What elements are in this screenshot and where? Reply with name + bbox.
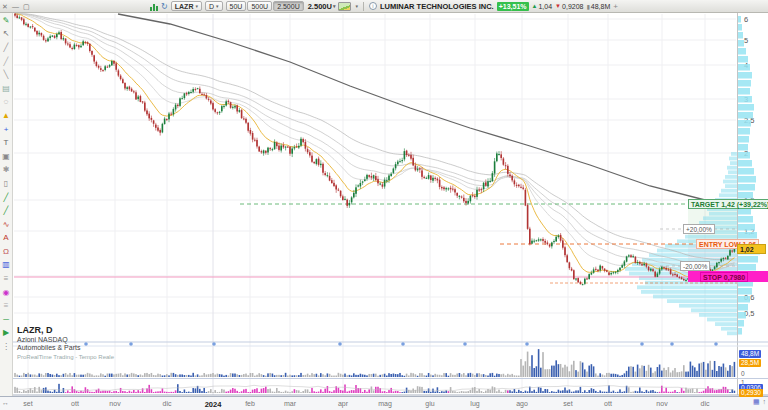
segment-tool-icon[interactable]: ╱ <box>1 41 12 55</box>
symbol-market: Azioni NASDAQ <box>17 336 114 343</box>
timeframe-label: D <box>209 2 214 11</box>
refresh-icon[interactable]: ↻ <box>161 2 168 11</box>
price-tick: 0,5 <box>744 309 754 318</box>
axis-settings[interactable]: ▦ ↑ <box>753 398 766 406</box>
prorealtime-chart-window: ✕ — ▢ ↻ LAZR ▾ D ▾ 50U500U2.500U 2.500U … <box>0 0 768 410</box>
histogram-tool-icon[interactable]: ▥ <box>1 259 12 273</box>
change-badge: +13,51% <box>497 2 529 11</box>
price-tick: 2 <box>744 149 748 158</box>
time-axis[interactable]: setottnovdic2024febmaraprmaggiulugagoset… <box>0 396 768 410</box>
month-label: apr <box>338 400 348 407</box>
scroll-up-icon[interactable]: ↑ <box>763 398 767 406</box>
price-tick: 0,6 <box>744 293 754 302</box>
month-label: set <box>563 400 572 407</box>
month-label: ott <box>71 400 79 407</box>
alert-tool-icon[interactable]: ▲ <box>1 109 12 123</box>
pane-axis-tag: 48,8M <box>739 350 761 358</box>
more-tool-icon[interactable]: ⋮ <box>1 340 12 354</box>
chart-style-icon[interactable] <box>150 2 158 11</box>
axis-drag-icon[interactable]: ↔ <box>2 399 9 406</box>
volume-icon: ▮ <box>586 3 589 10</box>
copy-tool-icon[interactable]: ▣ <box>1 150 12 164</box>
move-tool-icon[interactable]: + <box>1 123 12 137</box>
trash-tool-icon[interactable]: ▯ <box>1 177 12 191</box>
month-label: giu <box>425 400 434 407</box>
month-label: feb <box>245 400 255 407</box>
stop-level-tag[interactable]: STOP 0,7980 <box>700 272 748 282</box>
channel-tool-icon[interactable]: ╲ <box>1 68 12 82</box>
hline-tool-icon[interactable]: ─ <box>1 313 12 327</box>
arrow-down-icon: ▼ <box>555 3 561 9</box>
month-label: lug <box>470 400 479 407</box>
day-volume-stat: ▮ 48,8M <box>586 3 610 10</box>
pencil-tool-icon[interactable]: ✎ <box>1 14 12 28</box>
platform-label: ProRealTime Trading - Tempo Reale <box>17 354 114 360</box>
company-name: LUMINAR TECHNOLOGIES INC. <box>380 2 494 11</box>
greenline2-tool-icon[interactable]: ╱ <box>1 204 12 218</box>
minimize-icon[interactable]: — <box>12 3 19 10</box>
month-label: mar <box>284 400 296 407</box>
window-controls: ✕ — ▢ <box>2 0 30 13</box>
layers-tool-icon[interactable]: ≡ <box>1 299 12 313</box>
chevron-down-icon: ▾ <box>333 3 336 9</box>
pane-axis-tag: 28,5M <box>739 359 761 367</box>
drawing-toolbar: ✎↖╱╱╲▤◌▲+T▣✱▯╱╱∿AΩ▥≡◉≡─▶⋮ <box>0 13 13 396</box>
symbol-title: LAZR, D <box>17 325 114 335</box>
info-icon[interactable]: i <box>369 2 377 10</box>
palette-tool-icon[interactable]: ◉ <box>1 286 12 300</box>
price-tick: 6 <box>744 15 748 24</box>
brush-tool-icon[interactable]: ✱ <box>1 164 12 178</box>
last-price-tag: 1,02 <box>737 244 766 254</box>
day-high-stat: ▲ 1,04 <box>532 3 553 10</box>
pane-axis-tag: 0 <box>739 370 747 378</box>
unit-button-group: 50U500U2.500U <box>226 1 305 11</box>
text-tool-icon[interactable]: T <box>1 136 12 150</box>
month-label: mag <box>378 400 392 407</box>
chevron-down-icon: ▾ <box>216 2 219 11</box>
day-low-stat: ▼ 0,9208 <box>555 3 583 10</box>
pane-axis-tag: 0,2930 <box>739 389 763 397</box>
plus20-percent-tag: +20,00% <box>683 224 715 234</box>
chevron-down-icon: ▾ <box>355 3 358 9</box>
price-tick: 3 <box>744 95 748 104</box>
close-icon[interactable]: ✕ <box>2 3 8 11</box>
price-tick: 5 <box>744 36 748 45</box>
symbol-label: LAZR <box>175 2 194 11</box>
symbol-info-block: LAZR, D Azioni NASDAQ Automobiles & Part… <box>17 325 114 360</box>
add-button[interactable]: + <box>613 2 618 11</box>
month-label: ago <box>516 400 528 407</box>
unit-value-dropdown[interactable]: 2.500U ▾ <box>308 2 336 11</box>
unit-button-2.500U[interactable]: 2.500U <box>273 1 304 11</box>
trendline-tool-icon[interactable]: ╱ <box>1 55 12 69</box>
zoom-tool-icon[interactable]: ◌ <box>1 96 12 110</box>
greenline-tool-icon[interactable]: ╱ <box>1 191 12 205</box>
zigzag-tool-icon[interactable]: ∿ <box>1 218 12 232</box>
chart-canvas[interactable] <box>0 0 768 410</box>
calendar-icon[interactable]: ▦ <box>753 398 760 406</box>
month-label: 2024 <box>205 400 222 409</box>
unit-value-label: 2.500U <box>308 2 332 11</box>
month-label: set <box>23 400 32 407</box>
restore-icon[interactable]: ▢ <box>23 3 30 11</box>
chevron-down-icon: ▾ <box>195 2 198 11</box>
image-tool-icon[interactable]: ▤ <box>1 82 12 96</box>
symbol-dropdown[interactable]: LAZR ▾ <box>171 1 202 11</box>
arrow-up-icon: ▲ <box>532 3 538 9</box>
chart-thumbnail-icon[interactable] <box>338 2 351 11</box>
minus20-percent-tag: -20,00% <box>680 261 710 271</box>
unit-button-500U[interactable]: 500U <box>247 1 272 11</box>
cursor-tool-icon[interactable]: ↖ <box>1 28 12 42</box>
unit-button-50U[interactable]: 50U <box>226 1 247 11</box>
timeframe-dropdown[interactable]: D ▾ <box>205 1 223 11</box>
month-label: dic <box>701 400 710 407</box>
play-tool-icon[interactable]: ▶ <box>1 327 12 341</box>
top-toolbar: ✕ — ▢ ↻ LAZR ▾ D ▾ 50U500U2.500U 2.500U … <box>0 0 768 13</box>
month-label: nov <box>656 400 667 407</box>
magnet-tool-icon[interactable]: Ω <box>1 245 12 259</box>
month-label: nov <box>109 400 120 407</box>
price-tick: 2,5 <box>744 116 754 125</box>
list-tool-icon[interactable]: ≡ <box>1 272 12 286</box>
label-a-tool-icon[interactable]: A <box>1 232 12 246</box>
price-tick: 4 <box>744 61 748 70</box>
target-level-tag[interactable]: TARGET 1,42 (+39,22%) <box>688 199 768 209</box>
